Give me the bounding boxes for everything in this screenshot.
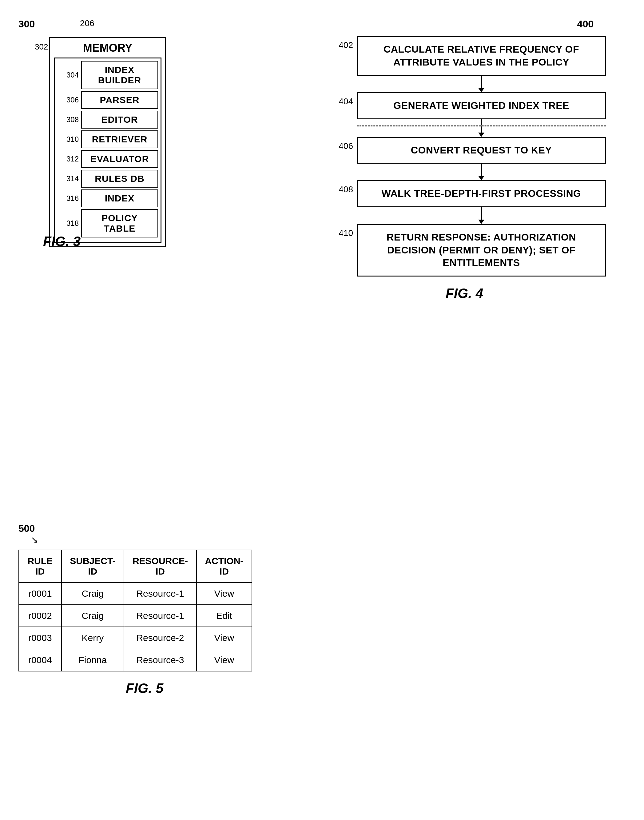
flow-step-label-408: 408	[323, 180, 357, 195]
memory-box-316: INDEX	[81, 190, 158, 207]
flow-step-block-402: CALCULATE RELATIVE FREQUENCY OF ATTRIBUT…	[357, 36, 606, 76]
table-cell-2-2: Resource-2	[124, 627, 196, 649]
fig5-caption: FIG. 5	[18, 681, 271, 696]
memory-box-304: INDEX BUILDER	[81, 61, 158, 89]
policy-table: RULE IDSUBJECT-IDRESOURCE-IDACTION-IDr00…	[18, 550, 252, 671]
table-cell-1-2: Resource-1	[124, 605, 196, 627]
flow-step-row-410: 410RETURN RESPONSE: AUTHORIZATION DECISI…	[323, 224, 606, 276]
label-300: 300	[18, 18, 35, 30]
table-cell-2-3: View	[196, 627, 252, 649]
table-row-2: r0003KerryResource-2View	[19, 627, 252, 649]
memory-item-318: 318POLICY TABLE	[57, 209, 158, 238]
diagram-container: 300 206 MEMORY 302 304INDEX BUILDER306PA…	[0, 0, 644, 820]
flow-step-label-404: 404	[323, 92, 357, 106]
memory-label-312: 312	[57, 155, 79, 163]
table-cell-0-3: View	[196, 582, 252, 605]
flow-step-block-406: CONVERT REQUEST TO KEY	[357, 137, 606, 164]
memory-box-314: RULES DB	[81, 170, 158, 188]
table-row-3: r0004FionnaResource-3View	[19, 649, 252, 671]
memory-label-318: 318	[57, 219, 79, 228]
memory-outer-box: MEMORY 302 304INDEX BUILDER306PARSER308E…	[49, 37, 166, 247]
arrow-container-dashed	[357, 120, 606, 137]
memory-item-314: 314RULES DB	[57, 170, 158, 188]
flow-step-block-410: RETURN RESPONSE: AUTHORIZATION DECISION …	[357, 224, 606, 276]
flow-step-label-410: 410	[323, 224, 357, 238]
table-cell-0-1: Craig	[61, 582, 124, 605]
table-cell-3-0: r0004	[19, 649, 61, 671]
table-cell-3-1: Fionna	[61, 649, 124, 671]
memory-label-304: 304	[57, 71, 79, 79]
memory-label-306: 306	[57, 96, 79, 104]
flow-step-row-408: 408WALK TREE-DEPTH-FIRST PROCESSING	[323, 180, 606, 207]
flow-step-label-402: 402	[323, 36, 357, 50]
memory-item-316: 316INDEX	[57, 190, 158, 207]
fig5-arrow: ↘	[31, 534, 271, 545]
fig5-section: 500 ↘ RULE IDSUBJECT-IDRESOURCE-IDACTION…	[18, 523, 271, 696]
label-400: 400	[323, 18, 593, 30]
table-cell-1-3: Edit	[196, 605, 252, 627]
memory-box-318: POLICY TABLE	[81, 209, 158, 238]
fig4-caption: FIG. 4	[323, 286, 606, 301]
table-cell-0-2: Resource-1	[124, 582, 196, 605]
table-row-0: r0001CraigResource-1View	[19, 582, 252, 605]
label-302: 302	[35, 42, 48, 52]
memory-item-304: 304INDEX BUILDER	[57, 61, 158, 89]
arrow-container-408	[357, 207, 606, 224]
table-header-resource-id: RESOURCE-ID	[124, 550, 196, 582]
table-header-action-id: ACTION-ID	[196, 550, 252, 582]
arrow-container-402	[357, 76, 606, 92]
table-header-subject-id: SUBJECT-ID	[61, 550, 124, 582]
flow-step-label-406: 406	[323, 137, 357, 151]
memory-box-310: RETRIEVER	[81, 130, 158, 148]
table-cell-0-0: r0001	[19, 582, 61, 605]
memory-title: MEMORY	[54, 41, 161, 54]
flow-step-row-406: 406CONVERT REQUEST TO KEY	[323, 137, 606, 164]
table-cell-2-1: Kerry	[61, 627, 124, 649]
memory-label-308: 308	[57, 115, 79, 124]
table-cell-3-2: Resource-3	[124, 649, 196, 671]
memory-label-316: 316	[57, 194, 79, 203]
memory-item-312: 312EVALUATOR	[57, 150, 158, 168]
label-500: 500	[18, 523, 271, 534]
memory-box-306: PARSER	[81, 91, 158, 109]
table-header-rule-id: RULE ID	[19, 550, 61, 582]
memory-item-308: 308EDITOR	[57, 111, 158, 129]
arrow-container-406	[357, 164, 606, 180]
memory-box-312: EVALUATOR	[81, 150, 158, 168]
table-row-1: r0002CraigResource-1Edit	[19, 605, 252, 627]
flow-step-row-402: 402CALCULATE RELATIVE FREQUENCY OF ATTRI…	[323, 36, 606, 76]
memory-label-314: 314	[57, 175, 79, 183]
memory-label-310: 310	[57, 135, 79, 144]
fig4-section: 400 402CALCULATE RELATIVE FREQUENCY OF A…	[323, 18, 606, 301]
table-cell-1-0: r0002	[19, 605, 61, 627]
memory-box-308: EDITOR	[81, 111, 158, 129]
flow-step-row-404: 404GENERATE WEIGHTED INDEX TREE	[323, 92, 606, 120]
label-206: 206	[80, 18, 94, 28]
flow-step-block-408: WALK TREE-DEPTH-FIRST PROCESSING	[357, 180, 606, 207]
memory-item-310: 310RETRIEVER	[57, 130, 158, 148]
memory-item-306: 306PARSER	[57, 91, 158, 109]
memory-inner-box: 304INDEX BUILDER306PARSER308EDITOR310RET…	[54, 58, 161, 243]
table-cell-1-1: Craig	[61, 605, 124, 627]
flow-step-block-404: GENERATE WEIGHTED INDEX TREE	[357, 92, 606, 120]
fig3-caption: FIG. 3	[43, 234, 81, 249]
table-cell-2-0: r0003	[19, 627, 61, 649]
table-cell-3-3: View	[196, 649, 252, 671]
